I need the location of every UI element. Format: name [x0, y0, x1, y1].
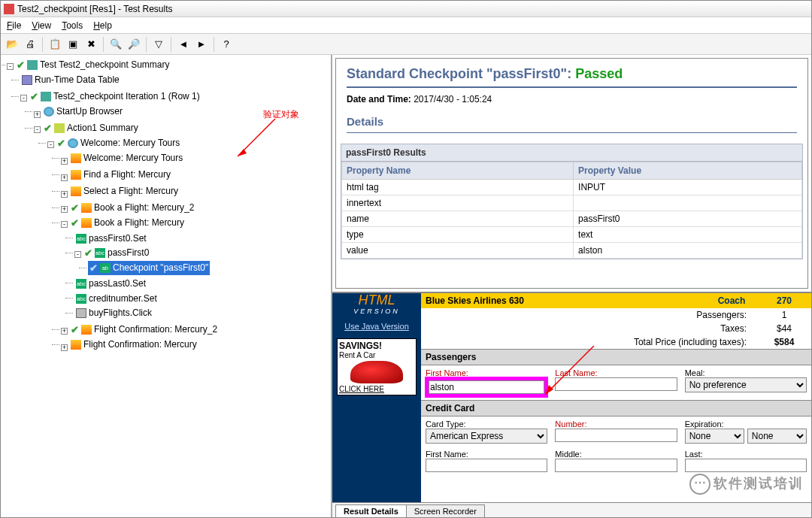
details-pane: Standard Checkpoint "passFirst0": Passed…: [335, 58, 808, 289]
expander-icon[interactable]: -: [7, 63, 14, 70]
tree-creditSet[interactable]: creditnumber.Set: [89, 292, 157, 306]
section-passengers: Passengers: [421, 349, 811, 365]
pass-icon: ✔: [17, 58, 25, 72]
page-icon: [71, 170, 81, 180]
edit-icon: abc: [76, 294, 86, 304]
expander-icon[interactable]: -: [34, 126, 41, 133]
action-icon: [54, 123, 65, 133]
tree-iteration[interactable]: Test2_checkpoint Iteration 1 (Row 1): [53, 89, 200, 104]
button-icon: [76, 308, 86, 318]
tree-checkpoint-selected[interactable]: ✔abCheckpoint "passFirst0": [88, 261, 210, 275]
page-icon: [81, 325, 92, 335]
next-button[interactable]: ►: [193, 36, 210, 53]
edit-icon: abc: [76, 234, 86, 244]
tree-action1[interactable]: Action1 Summary: [67, 121, 138, 135]
tree-book[interactable]: Book a Flight: Mercury: [94, 216, 184, 230]
section-credit-card: Credit Card: [421, 400, 811, 417]
tab-screen-recorder[interactable]: Screen Recorder: [406, 504, 485, 517]
zoom-out-button[interactable]: 🔎: [126, 36, 142, 53]
tree-welcome2[interactable]: Welcome: Mercury Tours: [83, 151, 183, 165]
card-number-input[interactable]: [555, 429, 677, 442]
tree-passSet[interactable]: passFirst0.Set: [89, 232, 147, 246]
tab-result-details[interactable]: Result Details: [335, 504, 407, 517]
java-version-link[interactable]: Use Java Version: [332, 322, 421, 331]
summary-icon: [27, 60, 38, 70]
collapse-button[interactable]: ▣: [65, 36, 81, 53]
first-name-input[interactable]: [429, 380, 544, 394]
tree-pane: -✔Test Test2_checkpoint Summary Run-Time…: [1, 55, 332, 517]
help-button[interactable]: ?: [218, 36, 235, 53]
bottom-tabs: Result Details Screen Recorder: [332, 502, 811, 517]
tree-runtime[interactable]: Run-Time Data Table: [35, 73, 120, 87]
menu-tools[interactable]: Tools: [62, 20, 83, 31]
table-row: namepassFirst0: [342, 211, 802, 227]
datetime-label: Date and Time:: [347, 94, 411, 105]
tree-root[interactable]: Test Test2_checkpoint Summary: [40, 58, 170, 72]
tree-buyClick[interactable]: buyFlights.Click: [89, 306, 152, 320]
tree-conf[interactable]: Flight Confirmation: Mercury: [83, 338, 197, 352]
iteration-icon: [41, 92, 51, 101]
expander-icon[interactable]: -: [74, 251, 81, 258]
cc-middle-input[interactable]: [555, 459, 677, 472]
expander-icon[interactable]: -: [20, 95, 27, 101]
expander-icon[interactable]: -: [47, 141, 54, 148]
expander-icon[interactable]: -: [61, 221, 68, 228]
window-title: Test2_checkpoint [Res1] - Test Results: [17, 4, 173, 14]
title-bar: Test2_checkpoint [Res1] - Test Results: [1, 1, 811, 17]
print-button[interactable]: 🖨: [22, 36, 38, 53]
table-row: html tagINPUT: [342, 180, 802, 195]
ad-box[interactable]: SAVINGS!Rent A Car CLICK HERE: [337, 338, 417, 395]
expander-icon[interactable]: +: [61, 206, 68, 213]
toolbar: 📂 🖨 📋 ▣ ✖ 🔍 🔎 ▽ ◄ ► ?: [1, 34, 811, 55]
tree-select[interactable]: Select a Flight: Mercury: [83, 184, 178, 198]
status-passed: Passed: [575, 66, 623, 81]
edit-icon: abc: [95, 248, 105, 258]
page-icon: [81, 218, 92, 228]
expander-icon[interactable]: +: [61, 328, 68, 335]
details-subhead: Details: [347, 115, 797, 128]
col-property: Property Name: [342, 162, 574, 180]
exp-year-select[interactable]: None: [747, 429, 807, 444]
meal-select[interactable]: No preference: [685, 377, 807, 392]
prev-button[interactable]: ◄: [175, 36, 192, 53]
expander-icon[interactable]: +: [61, 174, 68, 181]
tree-passFirst0[interactable]: passFirst0: [108, 246, 149, 260]
menu-bar: File View Tools Help: [1, 17, 811, 34]
tree-welcome[interactable]: Welcome: Mercury Tours: [80, 136, 180, 150]
tree-find[interactable]: Find a Flight: Mercury: [83, 168, 171, 182]
copy-button[interactable]: 📋: [47, 36, 63, 53]
expander-icon[interactable]: +: [61, 191, 68, 198]
page-icon: [81, 203, 92, 213]
expander-icon[interactable]: +: [61, 344, 68, 351]
tree-book2[interactable]: Book a Flight: Mercury_2: [94, 201, 194, 215]
cc-first-name-input[interactable]: [426, 459, 547, 472]
delete-button[interactable]: ✖: [83, 36, 99, 53]
screenshot-preview: HTMLVERSION Use Java Version SAVINGS!Ren…: [332, 292, 811, 502]
cc-last-input[interactable]: [685, 459, 807, 472]
tree-passLastSet[interactable]: passLast0.Set: [89, 277, 146, 291]
app-icon: [4, 4, 14, 14]
card-type-select[interactable]: American Express: [426, 429, 547, 444]
col-value: Property Value: [574, 162, 802, 180]
page-icon: [71, 340, 81, 350]
menu-file[interactable]: File: [7, 20, 21, 31]
exp-month-select[interactable]: None: [685, 429, 744, 444]
flight-name: Blue Skies Airlines 630: [426, 295, 701, 306]
edit-icon: abc: [76, 279, 86, 289]
checkpoint-icon: ab: [100, 263, 111, 273]
globe-icon: [68, 138, 78, 148]
tree-conf2[interactable]: Flight Confirmation: Mercury_2: [94, 323, 217, 337]
table-row: valuealston: [342, 243, 802, 259]
tree-startup[interactable]: StartUp Browser: [56, 105, 123, 119]
expander-icon[interactable]: +: [34, 111, 41, 118]
menu-help[interactable]: Help: [93, 20, 112, 31]
last-name-input[interactable]: [555, 377, 677, 391]
zoom-in-button[interactable]: 🔍: [108, 36, 124, 53]
flight-price: 270: [762, 295, 807, 306]
flight-class: Coach: [701, 295, 762, 306]
expander-icon[interactable]: +: [61, 158, 68, 165]
menu-view[interactable]: View: [32, 20, 51, 31]
open-button[interactable]: 📂: [4, 36, 20, 53]
filter-button[interactable]: ▽: [150, 36, 167, 53]
globe-icon: [44, 107, 54, 117]
